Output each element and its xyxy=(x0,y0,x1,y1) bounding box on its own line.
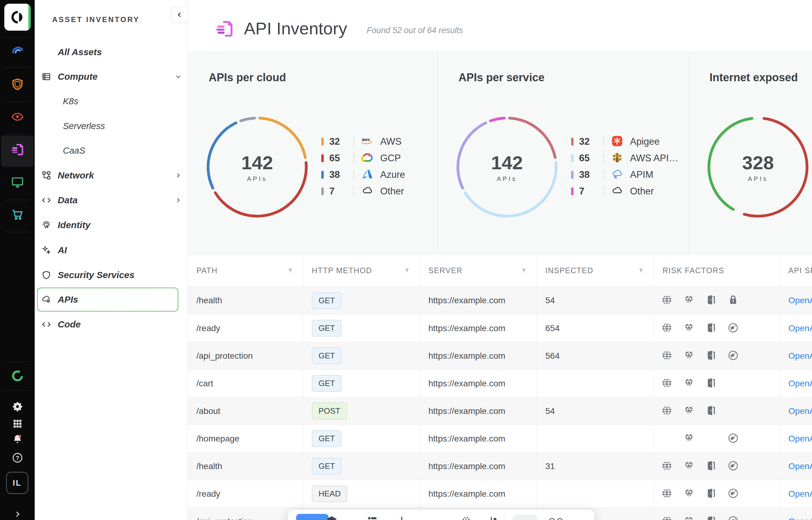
rail-item-workloads[interactable] xyxy=(0,175,35,189)
toolbar-layers-icon[interactable] xyxy=(326,515,337,520)
sidebar-collapse-button[interactable] xyxy=(171,7,188,23)
rail-item-notifications[interactable] xyxy=(0,433,35,446)
openapi-link[interactable]: OpenAPI xyxy=(788,434,812,444)
chevron-right-icon[interactable] xyxy=(174,196,182,204)
cell-http-method: GET xyxy=(303,370,419,397)
sidebar-item-identity[interactable]: Identity xyxy=(35,213,188,237)
openapi-link[interactable]: OpenAPI xyxy=(788,379,812,388)
legend-color-tick xyxy=(321,187,324,195)
openapi-link[interactable]: OpenAPI xyxy=(788,462,812,471)
cell-risk-factors xyxy=(654,287,780,314)
column-header-inspected[interactable]: INSPECTED xyxy=(536,255,654,286)
filter-icon[interactable] xyxy=(638,267,644,274)
legend-item-Other[interactable]: 7 Other xyxy=(571,183,682,200)
legend-value: 7 xyxy=(329,186,335,197)
sidebar-item-code[interactable]: Code xyxy=(35,312,188,337)
sidebar-item-serverless[interactable]: Serverless xyxy=(35,114,188,138)
orca-logo[interactable] xyxy=(4,4,31,31)
toolbar-download-icon[interactable] xyxy=(396,515,407,520)
rail-item-shield-protection[interactable] xyxy=(0,78,35,91)
openapi-link[interactable]: OpenAPI xyxy=(788,406,812,416)
legend-label: AWS xyxy=(380,136,401,147)
sidebar-item-k8s[interactable]: K8s xyxy=(35,89,188,113)
network-icon xyxy=(42,171,51,180)
primary-action-button[interactable] xyxy=(296,514,329,520)
legend-item-APIM[interactable]: 38 APIM xyxy=(571,166,682,183)
rail-item-help[interactable]: ? xyxy=(0,451,35,465)
openapi-link[interactable]: OpenAPI xyxy=(788,517,812,520)
sidebar-item-caas[interactable]: CaaS xyxy=(35,138,188,163)
table-row[interactable]: /homepage GET https://example.com OpenAP… xyxy=(188,425,812,452)
risk-gem-icon xyxy=(683,515,706,520)
filter-icon[interactable] xyxy=(520,267,527,274)
rail-item-detection[interactable] xyxy=(0,110,35,123)
rail-divider xyxy=(6,37,28,38)
legend-value: 7 xyxy=(579,186,584,197)
legend-item-Other[interactable]: 7 Other xyxy=(321,183,432,200)
code-icon xyxy=(42,319,51,329)
column-header-risk-factors[interactable]: RISK FACTORS xyxy=(654,255,780,286)
rail-item-apps-grid[interactable] xyxy=(0,417,35,431)
sidebar-item-all-assets[interactable]: All Assets xyxy=(35,40,188,64)
floating-toolbar xyxy=(288,510,594,520)
user-avatar[interactable]: IL xyxy=(6,472,28,494)
openapi-link[interactable]: OpenAPI xyxy=(788,295,812,305)
toolbar-toggle[interactable] xyxy=(513,515,537,520)
column-header-path[interactable]: PATH xyxy=(188,255,303,286)
risk-door-icon xyxy=(706,378,728,390)
chevron-right-icon[interactable] xyxy=(174,172,182,179)
sidebar-item-label: AI xyxy=(58,245,67,255)
rail-item-api-inventory[interactable] xyxy=(0,143,35,156)
table-row[interactable]: /health GET https://example.com 54 OpenA… xyxy=(188,287,812,314)
filter-icon[interactable] xyxy=(287,267,294,274)
legend-item-AWS[interactable]: 32 aws AWS xyxy=(321,133,432,150)
toolbar-settings-icon[interactable] xyxy=(461,515,472,520)
method-badge: GET xyxy=(312,347,342,364)
legend-value: 32 xyxy=(579,136,590,147)
api-table: PATH HTTP METHOD SERVER INSPECTED RISK F… xyxy=(188,255,812,520)
column-header-http-method[interactable]: HTTP METHOD xyxy=(303,255,419,286)
openapi-link[interactable]: OpenAPI xyxy=(788,323,812,333)
cell-risk-factors xyxy=(654,508,780,520)
column-header-api-spec[interactable]: API SPEC xyxy=(780,255,812,286)
method-badge: GET xyxy=(312,320,342,337)
table-row[interactable]: /api_protection GET https://example.com … xyxy=(188,342,812,369)
table-row[interactable]: /ready GET https://example.com 654 OpenA… xyxy=(188,314,812,342)
table-row[interactable]: /ready HEAD https://example.com OpenAPI xyxy=(188,480,812,508)
rail-expand-button[interactable] xyxy=(0,508,35,520)
cell-risk-factors xyxy=(654,480,780,508)
legend-item-AWS-API-[interactable]: 65 AWS API… xyxy=(571,150,682,166)
sidebar-item-compute[interactable]: Compute xyxy=(35,64,188,89)
sidebar-item-apis[interactable]: APIs xyxy=(35,287,188,312)
cell-api-spec: OpenAPI xyxy=(780,452,812,480)
rail-item-settings[interactable] xyxy=(0,400,35,413)
rail-item-dashboards[interactable] xyxy=(0,44,35,57)
table-row[interactable]: /health GET https://example.com 31 OpenA… xyxy=(188,452,812,480)
openapi-link[interactable]: OpenAPI xyxy=(788,351,812,361)
chevron-down-icon[interactable] xyxy=(174,73,182,81)
toolbar-sort-icon[interactable] xyxy=(488,515,499,520)
legend-item-Azure[interactable]: 38 Azure xyxy=(321,166,432,183)
sidebar-item-data[interactable]: Data xyxy=(35,188,188,212)
table-row[interactable]: /cart GET https://example.com OpenAPI xyxy=(188,369,812,397)
sidebar-item-ai[interactable]: AI xyxy=(35,238,188,262)
rail-divider xyxy=(6,134,28,134)
filter-icon[interactable] xyxy=(403,267,410,274)
column-header-server[interactable]: SERVER xyxy=(419,255,536,286)
legend-item-GCP[interactable]: 65 GCP xyxy=(321,150,432,166)
table-row[interactable]: /about POST https://example.com 54 OpenA… xyxy=(188,397,812,425)
cell-server: https://example.com xyxy=(419,287,536,314)
sidebar-item-network[interactable]: Network xyxy=(35,163,188,188)
rail-divider xyxy=(6,68,28,68)
legend-item-Apigee[interactable]: 32 Apigee xyxy=(571,133,682,150)
rail-item-platform-ring[interactable] xyxy=(0,369,35,383)
toolbar-table-icon[interactable] xyxy=(367,515,378,520)
openapi-link[interactable]: OpenAPI xyxy=(788,489,812,499)
risk-owasp-icon xyxy=(728,350,750,362)
column-label: INSPECTED xyxy=(545,266,593,275)
aws-gateway-icon xyxy=(610,152,626,165)
sidebar-item-security-services[interactable]: Security Services xyxy=(35,263,188,287)
rail-item-marketplace[interactable] xyxy=(0,208,35,222)
cell-path: /cart xyxy=(188,370,303,397)
cell-server: https://example.com xyxy=(419,342,536,369)
